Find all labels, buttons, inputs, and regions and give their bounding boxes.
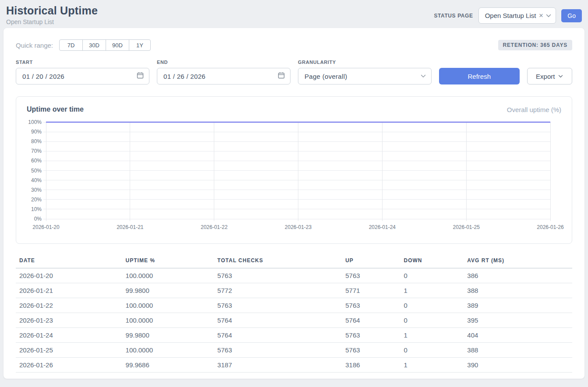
- table-cell: 99.9800: [122, 328, 214, 343]
- table-cell: 395: [464, 313, 572, 328]
- granularity-field: GRANULARITY Page (overall): [298, 60, 432, 84]
- svg-text:10%: 10%: [31, 206, 42, 212]
- table-cell: 0: [400, 298, 464, 313]
- calendar-icon[interactable]: [137, 72, 144, 81]
- quick-range-row: Quick range: 7D 30D 90D 1Y RETENTION: 36…: [16, 39, 572, 51]
- quick-range-30d-button[interactable]: 30D: [82, 39, 106, 51]
- top-header: Historical Uptime Open Startup List STAT…: [0, 0, 588, 28]
- table-cell: 2026-01-21: [16, 283, 122, 298]
- uptime-chart: 0%10%20%30%40%50%60%70%80%90%100%2026-01…: [27, 119, 565, 232]
- table-cell: 5764: [214, 313, 342, 328]
- column-header: UPTIME %: [122, 254, 214, 268]
- status-page-selected-value: Open Startup List: [485, 12, 536, 19]
- table-row: 2026-01-2199.9800577257711388: [16, 283, 572, 298]
- table-cell: 5772: [214, 283, 342, 298]
- table-cell: 100.0000: [122, 313, 214, 328]
- table-cell: 389: [464, 298, 572, 313]
- svg-text:2026-01-24: 2026-01-24: [369, 224, 396, 230]
- status-page-label: STATUS PAGE: [434, 13, 473, 19]
- quick-range-1y-button[interactable]: 1Y: [129, 39, 151, 51]
- table-cell: 0: [400, 268, 464, 283]
- table-cell: 0: [400, 343, 464, 358]
- table-cell: 100.0000: [122, 298, 214, 313]
- chart-title: Uptime over time: [27, 106, 84, 113]
- table-cell: 0: [400, 313, 464, 328]
- table-cell: 1: [400, 328, 464, 343]
- table-cell: 3186: [342, 358, 400, 373]
- chevron-down-icon: [421, 74, 426, 78]
- quick-range-group: 7D 30D 90D 1Y: [59, 39, 151, 51]
- start-date-input[interactable]: 01 / 20 / 2026: [16, 68, 149, 84]
- header-controls: STATUS PAGE Open Startup List ✕ Go: [434, 7, 582, 24]
- chevron-down-icon: [558, 75, 563, 78]
- table-cell: 3187: [214, 358, 342, 373]
- quick-range-7d-button[interactable]: 7D: [59, 39, 83, 51]
- table-cell: 5764: [342, 313, 400, 328]
- column-header: DOWN: [400, 254, 464, 268]
- granularity-select[interactable]: Page (overall): [298, 68, 432, 84]
- page-subtitle: Open Startup List: [6, 18, 98, 25]
- export-label: Export: [536, 73, 555, 80]
- export-button[interactable]: Export: [527, 68, 572, 84]
- svg-text:0%: 0%: [34, 216, 42, 222]
- table-cell: 5763: [214, 343, 342, 358]
- table-cell: 5763: [342, 298, 400, 313]
- chart-legend: Overall uptime (%): [507, 106, 561, 113]
- table-row: 2026-01-25100.0000576357630388: [16, 343, 572, 358]
- go-button[interactable]: Go: [561, 9, 582, 22]
- table-cell: 390: [464, 358, 572, 373]
- svg-text:2026-01-22: 2026-01-22: [201, 224, 228, 230]
- table-cell: 2026-01-20: [16, 268, 122, 283]
- quick-range-90d-button[interactable]: 90D: [106, 39, 129, 51]
- end-date-value: 01 / 26 / 2026: [163, 73, 205, 80]
- start-date-label: START: [16, 60, 149, 65]
- calendar-icon[interactable]: [278, 72, 285, 81]
- table-cell: 99.9800: [122, 283, 214, 298]
- table-cell: 5763: [342, 268, 400, 283]
- column-header: DATE: [16, 254, 122, 268]
- uptime-table: DATEUPTIME %TOTAL CHECKSUPDOWNAVG RT (MS…: [16, 254, 572, 373]
- svg-text:90%: 90%: [31, 129, 42, 135]
- column-header: TOTAL CHECKS: [214, 254, 342, 268]
- table-cell: 1: [400, 283, 464, 298]
- column-header: AVG RT (MS): [464, 254, 572, 268]
- refresh-button[interactable]: Refresh: [439, 68, 520, 84]
- table-cell: 404: [464, 328, 572, 343]
- uptime-table-wrap: DATEUPTIME %TOTAL CHECKSUPDOWNAVG RT (MS…: [16, 254, 572, 373]
- clear-selection-icon[interactable]: ✕: [538, 13, 543, 18]
- page-title: Historical Uptime: [6, 4, 98, 17]
- table-cell: 1: [400, 358, 464, 373]
- status-page-select[interactable]: Open Startup List ✕: [478, 7, 556, 24]
- svg-text:60%: 60%: [31, 158, 42, 164]
- svg-text:40%: 40%: [31, 177, 42, 183]
- table-cell: 100.0000: [122, 343, 214, 358]
- end-date-field: END 01 / 26 / 2026: [157, 60, 290, 84]
- svg-text:50%: 50%: [31, 168, 42, 174]
- table-cell: 100.0000: [122, 268, 214, 283]
- svg-text:2026-01-21: 2026-01-21: [117, 224, 144, 230]
- start-date-field: START 01 / 20 / 2026: [16, 60, 149, 84]
- table-header-row: DATEUPTIME %TOTAL CHECKSUPDOWNAVG RT (MS…: [16, 254, 572, 268]
- table-cell: 5763: [342, 328, 400, 343]
- main-card: Quick range: 7D 30D 90D 1Y RETENTION: 36…: [4, 28, 584, 379]
- title-block: Historical Uptime Open Startup List: [6, 4, 98, 25]
- filters-row: START 01 / 20 / 2026 END 01 / 26 / 2026 …: [16, 60, 572, 84]
- svg-text:100%: 100%: [28, 119, 42, 125]
- table-cell: 2026-01-24: [16, 328, 122, 343]
- granularity-label: GRANULARITY: [298, 60, 432, 65]
- uptime-chart-card: Uptime over time Overall uptime (%) 0%10…: [16, 96, 572, 244]
- uptime-table-body: 2026-01-20100.00005763576303862026-01-21…: [16, 268, 572, 373]
- chart-header: Uptime over time Overall uptime (%): [27, 106, 561, 113]
- end-date-input[interactable]: 01 / 26 / 2026: [157, 68, 290, 84]
- table-cell: 388: [464, 283, 572, 298]
- svg-text:2026-01-25: 2026-01-25: [453, 224, 480, 230]
- table-cell: 2026-01-25: [16, 343, 122, 358]
- svg-text:20%: 20%: [31, 197, 42, 203]
- table-cell: 5763: [214, 298, 342, 313]
- table-cell: 2026-01-26: [16, 358, 122, 373]
- svg-text:2026-01-23: 2026-01-23: [285, 224, 312, 230]
- svg-text:70%: 70%: [31, 148, 42, 154]
- table-cell: 5764: [214, 328, 342, 343]
- table-cell: 2026-01-22: [16, 298, 122, 313]
- table-row: 2026-01-22100.0000576357630389: [16, 298, 572, 313]
